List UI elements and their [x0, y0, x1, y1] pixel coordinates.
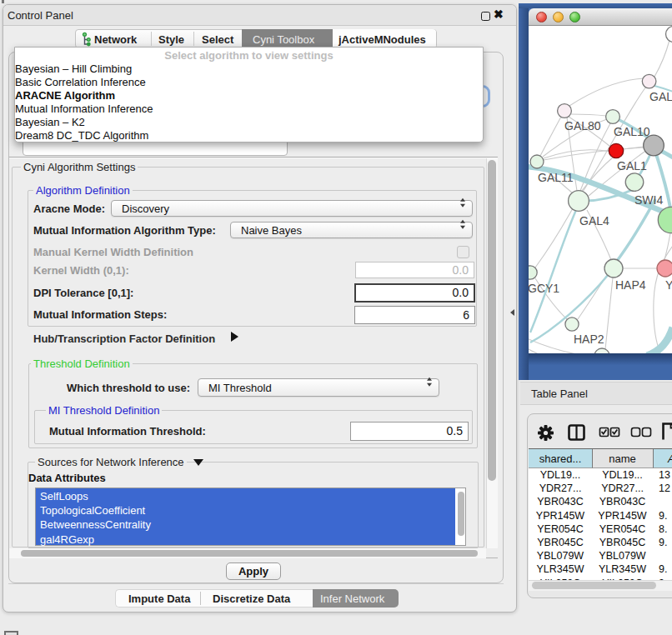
svg-text:HAP2: HAP2: [574, 332, 604, 346]
svg-text:GAL10: GAL10: [614, 125, 650, 138]
svg-text:GAL4: GAL4: [579, 214, 609, 228]
svg-text:SWI4: SWI4: [634, 193, 663, 207]
svg-text:GCY1: GCY1: [529, 282, 559, 295]
svg-text:GAL80: GAL80: [564, 119, 601, 132]
svg-text:GAL1: GAL1: [617, 159, 647, 172]
svg-text:HAP4: HAP4: [615, 278, 646, 292]
svg-text:GAL11: GAL11: [538, 171, 574, 184]
svg-text:YE: YE: [665, 278, 672, 292]
svg-text:GAL7: GAL7: [649, 90, 672, 103]
